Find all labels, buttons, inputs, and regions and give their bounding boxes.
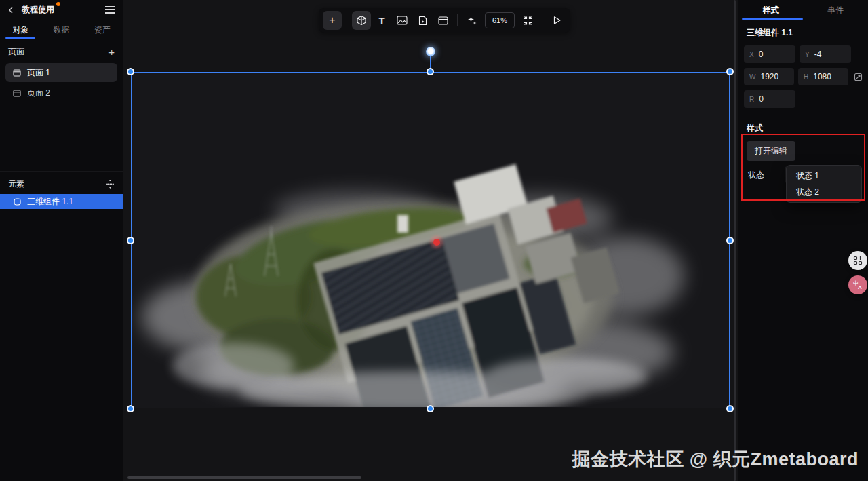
component-shape-icon (14, 198, 21, 206)
project-title: 教程使用 (22, 4, 54, 16)
rotation-handle[interactable] (426, 47, 435, 56)
resize-handle-top-middle[interactable] (427, 68, 434, 75)
image-tool-button[interactable] (393, 11, 412, 30)
sidebar-tabs: 对象 数据 资产 (0, 20, 123, 39)
poi-marker (433, 239, 440, 246)
aspect-ratio-lock-button[interactable] (854, 73, 863, 81)
state-dropdown-menu: 状态 1 状态 2 (786, 165, 862, 203)
aspect-ratio-lock-icon (854, 73, 863, 81)
translate-button[interactable]: 中A (848, 275, 867, 294)
y-position-field[interactable]: Y -4 (800, 45, 851, 63)
3d-component-tool-button[interactable] (352, 11, 371, 30)
resize-handle-bottom-middle[interactable] (427, 405, 434, 412)
3d-city-scene-preview (132, 73, 728, 407)
page-item-1[interactable]: 页面 1 (5, 63, 117, 82)
sparkle-icon (467, 15, 477, 26)
open-edit-button[interactable]: 打开编辑 (747, 141, 795, 161)
elements-heading: 元素 (8, 178, 24, 190)
image-icon (397, 16, 408, 25)
toolbar-divider (457, 14, 458, 26)
pages-section-header: 页面 + (0, 39, 123, 62)
component-title: 三维组件 1.1 (747, 27, 860, 39)
tab-style[interactable]: 样式 (738, 0, 804, 20)
page-item-2[interactable]: 页面 2 (5, 83, 117, 102)
toolbar-divider (347, 14, 347, 26)
state-option-2[interactable]: 状态 2 (787, 184, 861, 200)
width-field[interactable]: W 1920 (744, 68, 794, 85)
height-field[interactable]: H 1080 (798, 68, 848, 85)
page-icon (13, 90, 21, 97)
add-page-button[interactable]: + (108, 48, 115, 56)
resize-handle-middle-right[interactable] (726, 237, 734, 244)
resize-handle-top-right[interactable] (726, 68, 734, 75)
ai-magic-button[interactable] (462, 11, 481, 30)
page-item-label: 页面 1 (27, 67, 50, 79)
editor-toolbar: + T 61% (319, 8, 570, 33)
state-label: 状态 (748, 170, 764, 181)
rotation-field[interactable]: R 0 (744, 90, 795, 108)
pages-heading: 页面 (8, 46, 24, 58)
unsaved-dot (56, 2, 60, 6)
window-panel-icon (438, 16, 448, 25)
resize-handle-bottom-right[interactable] (726, 405, 734, 412)
fit-to-screen-icon (523, 16, 533, 26)
resize-handle-top-left[interactable] (127, 68, 134, 75)
cube-3d-icon (356, 15, 367, 26)
elements-section-header: 元素 (0, 172, 123, 194)
inspector-panel: 样式 事件 三维组件 1.1 X 0 Y -4 W 1920 (738, 0, 868, 481)
back-chevron-icon (8, 7, 14, 14)
file-play-icon (418, 16, 427, 26)
fit-view-button[interactable] (518, 11, 537, 30)
app-window: 教程使用 对象 数据 资产 页面 + 页面 1 页面 2 元素 (0, 0, 868, 481)
translate-icon: 中A (852, 280, 863, 290)
canvas-area[interactable]: + T 61% (123, 0, 738, 481)
element-item-3d-component[interactable]: 三维组件 1.1 (0, 194, 123, 209)
tab-objects[interactable]: 对象 (0, 20, 41, 39)
transform-fields: X 0 Y -4 W 1920 H 1080 (744, 45, 863, 108)
tab-events[interactable]: 事件 (804, 0, 868, 20)
element-item-label: 三维组件 1.1 (27, 196, 73, 208)
left-sidebar: 教程使用 对象 数据 资产 页面 + 页面 1 页面 2 元素 (0, 0, 123, 481)
page-item-label: 页面 2 (27, 88, 50, 99)
page-icon (13, 69, 21, 77)
play-icon (553, 16, 561, 25)
active-tab-underline (742, 18, 803, 20)
x-position-field[interactable]: X 0 (744, 45, 795, 63)
widgets-shortcut-button[interactable] (848, 251, 867, 270)
vertical-scrollbar[interactable] (734, 0, 736, 481)
locate-move-icon[interactable] (106, 180, 115, 189)
add-widget-icon (853, 256, 863, 265)
text-tool-button[interactable]: T (372, 11, 391, 30)
sidebar-header: 教程使用 (0, 0, 123, 20)
preview-play-button[interactable] (547, 11, 566, 30)
tab-assets[interactable]: 资产 (82, 20, 123, 39)
back-button[interactable] (8, 7, 18, 14)
elements-section: 元素 三维组件 1.1 (0, 171, 123, 209)
svg-text:A: A (858, 284, 862, 290)
toolbar-divider (542, 14, 542, 26)
state-option-1[interactable]: 状态 1 (787, 168, 861, 184)
selected-3d-component-frame[interactable] (131, 72, 730, 408)
media-file-tool-button[interactable] (413, 11, 432, 30)
tab-data[interactable]: 数据 (41, 20, 81, 39)
horizontal-scrollbar[interactable] (127, 476, 361, 479)
style-section-heading: 样式 (747, 123, 860, 134)
hamburger-menu-button[interactable] (105, 4, 115, 16)
resize-handle-middle-left[interactable] (127, 237, 134, 244)
panel-tool-button[interactable] (433, 11, 452, 30)
resize-handle-bottom-left[interactable] (127, 405, 134, 412)
add-element-button[interactable]: + (323, 11, 342, 30)
zoom-level-control[interactable]: 61% (485, 12, 515, 28)
inspector-tabs: 样式 事件 (738, 0, 868, 20)
